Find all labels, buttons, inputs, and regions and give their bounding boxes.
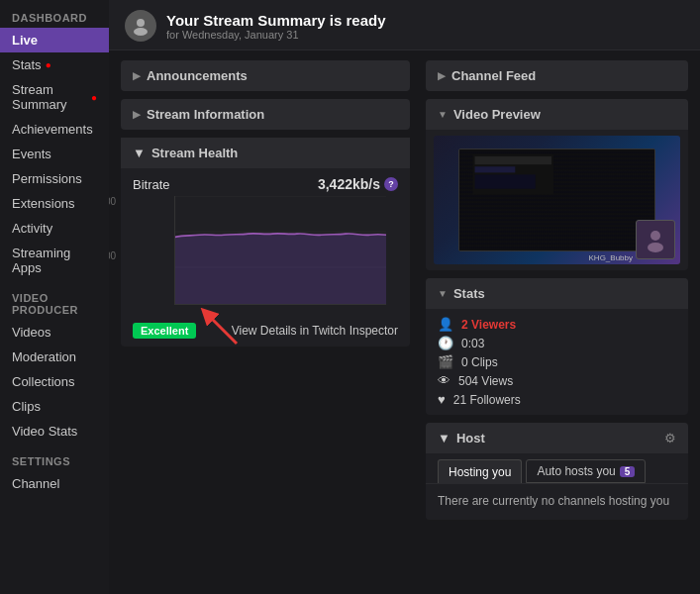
- host-panel: ▼ Host ⚙ Hosting you Auto hosts you 5 Th…: [426, 423, 688, 520]
- sidebar-item-clips[interactable]: Clips: [0, 394, 109, 419]
- svg-rect-10: [474, 174, 535, 188]
- announcements-header[interactable]: ▶ Announcements: [121, 60, 410, 91]
- sidebar-item-stream-summary[interactable]: Stream Summary ●: [0, 77, 109, 117]
- stream-health-chart: [174, 196, 386, 305]
- sidebar-section-title-video-producer: Video Producer: [0, 280, 109, 320]
- time-value: 0:03: [461, 337, 484, 350]
- video-preview-label: Video Preview: [453, 107, 541, 122]
- sidebar-section-title-dashboard: Dashboard: [0, 0, 109, 28]
- sidebar-item-extensions[interactable]: Extensions: [0, 191, 109, 216]
- channel-feed-panel: ▶ Channel Feed: [426, 60, 688, 91]
- video-preview-body: KHG_Bubby: [426, 130, 688, 270]
- viewers-icon: 👤: [438, 317, 453, 332]
- stream-health-arrow-icon: ▼: [133, 146, 146, 160]
- stats-arrow-icon: ▼: [438, 288, 448, 299]
- sidebar-section-misc: Achievements Events Permissions Extensio…: [0, 117, 109, 280]
- stats-list: 👤 2 Viewers 🕐 0:03 🎬 0 Clips 👁 504 Views: [426, 309, 688, 415]
- stats-views: 👁 504 Views: [438, 373, 676, 388]
- chart-svg: [175, 196, 386, 304]
- sidebar-section-video-producer: Video Producer Videos Moderation Collect…: [0, 280, 109, 444]
- host-arrow-icon: ▼: [438, 431, 450, 446]
- video-preview-header[interactable]: ▼ Video Preview: [426, 99, 688, 130]
- no-channels-message: There are currently no channels hosting …: [438, 494, 669, 508]
- svg-rect-8: [474, 156, 551, 164]
- sidebar-section-settings: Settings Channel: [0, 444, 109, 496]
- sidebar-item-video-stats[interactable]: Video Stats: [0, 419, 109, 444]
- host-label: Host: [456, 431, 485, 446]
- announcements-arrow-icon: ▶: [133, 70, 141, 81]
- fake-screen: [458, 148, 655, 251]
- sidebar-section-title-settings: Settings: [0, 444, 109, 471]
- channel-feed-label: Channel Feed: [451, 68, 536, 83]
- sidebar-item-events[interactable]: Events: [0, 142, 109, 166]
- host-tabs: Hosting you Auto hosts you 5: [426, 453, 688, 484]
- announcements-label: Announcements: [147, 68, 248, 83]
- announcements-panel: ▶ Announcements: [121, 60, 410, 91]
- sidebar-item-collections[interactable]: Collections: [0, 369, 109, 394]
- auto-hosts-count-badge: 5: [620, 466, 636, 477]
- stream-information-panel: ▶ Stream Information: [121, 99, 410, 130]
- sidebar-item-videos[interactable]: Videos: [0, 320, 109, 345]
- host-tab-hosting-you[interactable]: Hosting you: [438, 459, 522, 483]
- video-preview-box: KHG_Bubby: [434, 136, 680, 264]
- sidebar-item-permissions[interactable]: Permissions: [0, 166, 109, 191]
- sidebar-item-channel[interactable]: Channel: [0, 471, 109, 496]
- svg-point-12: [648, 243, 663, 252]
- sidebar-item-moderation[interactable]: Moderation: [0, 345, 109, 369]
- channel-feed-header[interactable]: ▶ Channel Feed: [426, 60, 688, 91]
- header-text: Your Stream Summary is ready for Wednesd…: [166, 12, 385, 41]
- viewers-value: 2 Viewers: [461, 318, 516, 332]
- stats-followers: ♥ 21 Followers: [438, 392, 676, 407]
- info-badge: ?: [384, 177, 398, 191]
- page-title: Your Stream Summary is ready: [166, 12, 385, 29]
- stream-summary-badge: ●: [91, 92, 97, 103]
- stats-viewers: 👤 2 Viewers: [438, 317, 676, 332]
- overlay-name-label: KHG_Bubby: [589, 253, 633, 262]
- svg-point-1: [134, 28, 148, 36]
- stream-information-label: Stream Information: [147, 107, 264, 122]
- host-tab-auto-hosts[interactable]: Auto hosts you 5: [526, 459, 646, 483]
- views-icon: 👁: [438, 373, 450, 388]
- sidebar-item-activity[interactable]: Activity: [0, 216, 109, 241]
- stats-time: 🕐 0:03: [438, 336, 676, 350]
- main-content: Your Stream Summary is ready for Wednesd…: [109, 0, 700, 594]
- overlay-face: [636, 220, 675, 259]
- sidebar-item-live[interactable]: Live: [0, 28, 109, 52]
- sidebar-item-streaming-apps[interactable]: Streaming Apps: [0, 241, 109, 280]
- host-body: There are currently no channels hosting …: [426, 484, 688, 520]
- gear-icon[interactable]: ⚙: [664, 431, 676, 446]
- bitrate-row: Bitrate 3,422kb/s ?: [121, 168, 410, 196]
- view-details-link[interactable]: View Details in Twitch Inspector: [232, 324, 398, 338]
- video-preview-panel: ▼ Video Preview: [426, 99, 688, 270]
- stream-information-header[interactable]: ▶ Stream Information: [121, 99, 410, 130]
- clips-icon: 🎬: [438, 354, 453, 369]
- svg-line-6: [207, 314, 237, 344]
- header: Your Stream Summary is ready for Wednesd…: [109, 0, 700, 50]
- fake-ui-svg: [464, 154, 562, 195]
- time-icon: 🕐: [438, 336, 453, 350]
- followers-icon: ♥: [438, 392, 446, 407]
- stream-health-label: Stream Health: [151, 146, 238, 160]
- host-header: ▼ Host ⚙: [426, 423, 688, 453]
- sidebar: Dashboard Live Stats ● Stream Summary ● …: [0, 0, 109, 594]
- sidebar-item-stats[interactable]: Stats ●: [0, 52, 109, 77]
- stats-panel: ▼ Stats 👤 2 Viewers 🕐 0:03 🎬 0 Clips: [426, 278, 688, 415]
- stream-health-header[interactable]: ▼ Stream Health: [121, 138, 410, 168]
- sidebar-item-achievements[interactable]: Achievements: [0, 117, 109, 142]
- bitrate-label: Bitrate: [133, 177, 170, 192]
- stats-header[interactable]: ▼ Stats: [426, 278, 688, 309]
- video-preview-arrow-icon: ▼: [438, 109, 448, 120]
- host-header-left: ▼ Host: [438, 431, 485, 446]
- content-area: ▶ Announcements ▶ Stream Information ▼ S…: [109, 50, 700, 594]
- channel-feed-arrow-icon: ▶: [438, 70, 446, 81]
- stream-info-arrow-icon: ▶: [133, 109, 141, 120]
- views-value: 504 Views: [458, 374, 513, 388]
- clips-value: 0 Clips: [461, 355, 498, 369]
- chart-y-labels: 4,000 2,000 0: [109, 196, 116, 315]
- right-column: ▶ Channel Feed ▼ Video Preview: [418, 50, 700, 594]
- stats-clips: 🎬 0 Clips: [438, 354, 676, 369]
- red-arrow-annotation: [187, 294, 242, 348]
- bitrate-value: 3,422kb/s ?: [318, 176, 398, 192]
- left-column: ▶ Announcements ▶ Stream Information ▼ S…: [109, 50, 418, 594]
- avatar: [125, 10, 156, 42]
